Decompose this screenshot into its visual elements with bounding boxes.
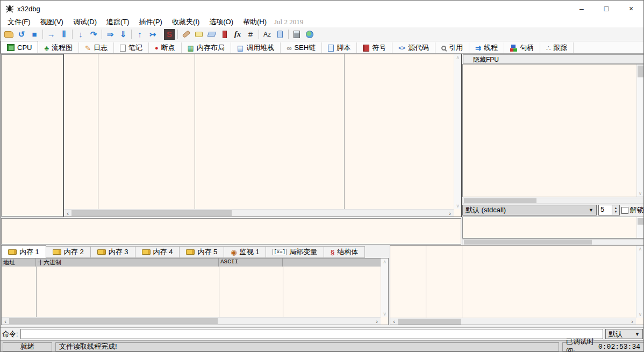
menu-help[interactable]: 帮助(H): [238, 17, 271, 27]
tab-struct[interactable]: § 结构体: [324, 246, 365, 258]
stack-horizontal-scrollbar[interactable]: ‹ ›: [390, 318, 636, 325]
run-icon[interactable]: →: [45, 28, 58, 40]
scroll-thumb[interactable]: [9, 318, 218, 324]
execute-till-return-icon[interactable]: ↑: [133, 28, 146, 40]
open-file-icon[interactable]: [2, 28, 15, 40]
disassembly-sidebar-pane[interactable]: [1, 54, 63, 217]
stop-icon[interactable]: ■: [28, 28, 41, 40]
column-header-address[interactable]: 地址: [2, 258, 36, 267]
scroll-up-arrow[interactable]: ∧: [383, 259, 387, 264]
tab-handles[interactable]: 句柄: [504, 42, 540, 53]
tab-breakpoints[interactable]: ● 断点: [149, 42, 182, 53]
stack-pane[interactable]: ∧ ∨ ‹ ›: [390, 245, 644, 325]
scroll-left-arrow[interactable]: ‹: [390, 318, 398, 325]
tab-seh[interactable]: ∞ SEH链: [281, 42, 322, 53]
restart-icon[interactable]: ↺: [15, 28, 28, 40]
spinner-buttons[interactable]: ▲▼: [612, 205, 619, 215]
tab-call-stack[interactable]: ▤ 调用堆栈: [231, 42, 281, 53]
scroll-down-arrow[interactable]: ∨: [639, 191, 642, 196]
registers-horizontal-scrollbar[interactable]: [462, 198, 644, 204]
scroll-down-arrow[interactable]: ∨: [639, 312, 642, 317]
close-button[interactable]: ×: [619, 1, 643, 17]
command-input[interactable]: [20, 329, 603, 339]
scroll-right-arrow[interactable]: ›: [628, 318, 636, 325]
bookmarks-icon[interactable]: [218, 28, 231, 40]
tab-dump-2[interactable]: 内存 2: [46, 246, 91, 258]
hash-icon[interactable]: #: [244, 28, 257, 40]
calculator-icon[interactable]: [290, 28, 303, 40]
arguments-pane[interactable]: [462, 217, 644, 239]
tab-locals[interactable]: [x=] 局部变量: [266, 246, 324, 258]
menu-favourites[interactable]: 收藏夹(I): [167, 17, 204, 27]
strings-icon[interactable]: Az: [261, 28, 274, 40]
tab-memory-map[interactable]: ▦ 内存布局: [182, 42, 231, 53]
scroll-thumb[interactable]: [638, 66, 643, 77]
trace-into-icon[interactable]: ⇓: [117, 28, 130, 40]
menu-trace[interactable]: 追踪(T): [102, 17, 134, 27]
patches-icon[interactable]: [180, 28, 192, 40]
calling-convention-select[interactable]: 默认 (stdcall) ▼: [462, 205, 597, 215]
tab-dump-1[interactable]: 内存 1: [1, 245, 46, 258]
info-box-pane[interactable]: [1, 218, 461, 245]
scroll-thumb[interactable]: [464, 198, 536, 203]
step-into-icon[interactable]: ↓: [74, 28, 87, 40]
tab-dump-5[interactable]: 内存 5: [180, 246, 224, 258]
tab-script[interactable]: 脚本: [322, 42, 357, 53]
column-header-ascii[interactable]: ASCII: [219, 258, 283, 267]
spinner-down-icon[interactable]: ▼: [614, 210, 618, 214]
comments-icon[interactable]: [192, 28, 205, 40]
step-over-icon[interactable]: ↷: [87, 28, 100, 40]
dump-vertical-scrollbar[interactable]: ∧ ∨: [381, 258, 388, 317]
disassembly-vertical-scrollbar[interactable]: ∧ ∨: [454, 54, 461, 209]
dump-horizontal-scrollbar[interactable]: ‹ ›: [2, 317, 381, 325]
argument-count-spinner[interactable]: 5 ▲▼: [598, 205, 620, 215]
menu-options[interactable]: 选项(O): [204, 17, 238, 27]
disassembly-horizontal-scrollbar[interactable]: ‹ ›: [64, 209, 454, 217]
tab-trace[interactable]: ∴ 跟踪: [540, 42, 574, 53]
scroll-left-arrow[interactable]: ‹: [64, 210, 71, 217]
column-header-hex[interactable]: 十六进制: [36, 258, 219, 267]
menu-view[interactable]: 视图(V): [35, 17, 68, 27]
settings-globe-icon[interactable]: [303, 28, 316, 40]
scroll-down-arrow[interactable]: ∨: [383, 311, 387, 317]
attach-icon[interactable]: [274, 28, 287, 40]
arguments-horizontal-scrollbar[interactable]: [462, 239, 644, 245]
dump-pane[interactable]: 地址 十六进制 ASCII ∧ ∨ ‹ ›: [1, 258, 389, 325]
tab-references[interactable]: 引用: [435, 42, 469, 53]
maximize-button[interactable]: □: [594, 1, 619, 17]
menu-debug[interactable]: 调试(D): [68, 17, 102, 27]
tab-graph[interactable]: ♣ 流程图: [38, 42, 79, 53]
tab-log[interactable]: ✎ 日志: [79, 42, 114, 53]
disassembly-pane[interactable]: ∧ ∨ ‹ ›: [63, 54, 462, 217]
scroll-thumb[interactable]: [71, 210, 232, 216]
trace-over-icon[interactable]: ⇒: [104, 28, 117, 40]
scylla-icon[interactable]: S: [163, 28, 176, 40]
functions-icon[interactable]: fx: [231, 28, 244, 40]
hide-fpu-button[interactable]: 隐藏FPU: [463, 54, 644, 64]
scroll-up-arrow[interactable]: ∧: [456, 55, 460, 60]
tab-dump-3[interactable]: 内存 3: [91, 246, 135, 258]
pause-icon[interactable]: Ⅱ: [58, 28, 70, 40]
minimize-button[interactable]: –: [569, 1, 594, 17]
menu-plugins[interactable]: 插件(P): [134, 17, 167, 27]
scroll-left-arrow[interactable]: ‹: [2, 318, 9, 325]
tab-symbols[interactable]: 符号: [357, 42, 392, 53]
stack-vertical-scrollbar[interactable]: ∧ ∨: [636, 246, 644, 318]
registers-vertical-scrollbar[interactable]: ∨: [636, 64, 643, 197]
scroll-up-arrow[interactable]: ∧: [639, 246, 642, 252]
scroll-right-arrow[interactable]: ›: [446, 210, 454, 217]
scroll-thumb[interactable]: [398, 319, 461, 325]
tab-notes[interactable]: 笔记: [114, 42, 149, 53]
unlock-checkbox[interactable]: [621, 207, 628, 214]
labels-icon[interactable]: [205, 28, 218, 40]
spinner-up-icon[interactable]: ▲: [614, 206, 618, 210]
tab-cpu[interactable]: CPU: [1, 41, 38, 53]
menu-file[interactable]: 文件(F): [3, 17, 35, 27]
scroll-thumb[interactable]: [638, 218, 643, 225]
tab-threads[interactable]: ⇉ 线程: [469, 42, 504, 53]
tab-watch-1[interactable]: ◉ 监视 1: [224, 246, 266, 258]
scroll-down-arrow[interactable]: ∨: [456, 203, 460, 209]
arguments-vertical-scrollbar[interactable]: [636, 217, 643, 238]
tab-source[interactable]: <> 源代码: [392, 42, 435, 53]
run-to-user-code-icon[interactable]: ↣: [146, 28, 159, 40]
